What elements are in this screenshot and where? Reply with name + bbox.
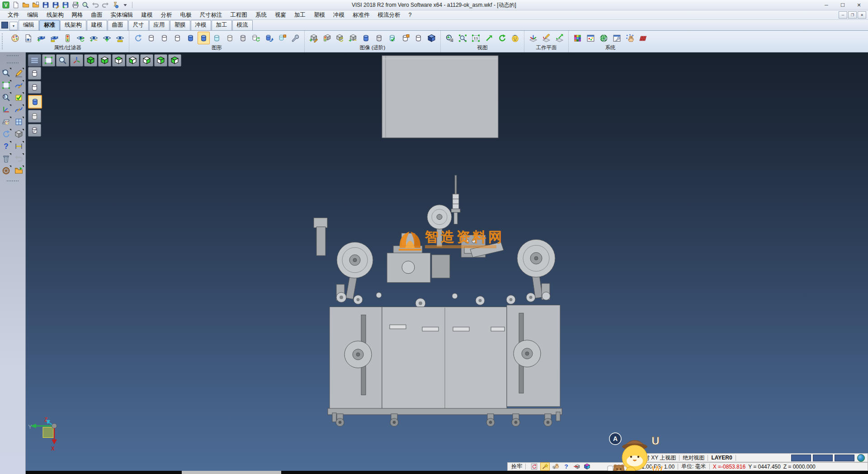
red-grid-icon[interactable] (637, 32, 649, 44)
export-folder-icon[interactable] (14, 166, 24, 176)
zoom-11-icon[interactable]: 1:1 (470, 32, 482, 44)
close-button[interactable]: ✕ (851, 0, 867, 9)
active-layer-label[interactable]: LAYER0 (711, 455, 732, 461)
menu-item-9[interactable]: 尺寸标注 (196, 11, 226, 19)
menu-item-12[interactable]: 视窗 (271, 11, 290, 19)
undo-icon[interactable] (91, 0, 100, 9)
undo-gray-icon[interactable] (14, 153, 24, 164)
cylinder-wire-icon[interactable] (28, 81, 41, 94)
zoom-dynamic-icon[interactable] (1, 68, 11, 78)
hand-dots-icon[interactable] (624, 32, 636, 44)
cube-view-iso-icon[interactable] (168, 54, 181, 66)
redo-icon[interactable] (101, 0, 110, 9)
menu-item-14[interactable]: 塑模 (310, 11, 329, 19)
search-icon[interactable] (629, 454, 638, 462)
cylinder-rotate-icon[interactable] (263, 32, 275, 44)
toolbar-tab-5[interactable]: 尺寸 (128, 20, 149, 30)
cylinder-blue-selected-icon[interactable] (28, 95, 42, 109)
wrench-tools-icon[interactable] (289, 32, 302, 44)
layer-swatch-1[interactable] (813, 455, 833, 461)
cylinder-wire-icon[interactable] (158, 32, 170, 44)
view-refresh-icon[interactable] (496, 32, 508, 44)
save-all-icon[interactable] (61, 0, 70, 9)
visi-logo[interactable]: V (1, 0, 10, 9)
frame-select-icon[interactable] (1, 80, 11, 90)
select-frame-icon[interactable] (42, 54, 55, 66)
toolbar-tab-3[interactable]: 建模 (87, 20, 107, 30)
toolbar-tab-2[interactable]: 线架构 (60, 20, 86, 30)
snap-lock-label[interactable]: 拴牢 (511, 463, 522, 470)
toolbar-tab-6[interactable]: 应用 (149, 20, 170, 30)
cube-view-back-icon[interactable] (154, 54, 167, 66)
spline-icon[interactable] (14, 104, 24, 115)
menu-item-0[interactable]: 文件 (4, 11, 23, 19)
measure-icon[interactable] (14, 141, 24, 152)
cube-view-solid-icon[interactable] (84, 54, 97, 66)
zoom-view-icon[interactable] (56, 54, 69, 66)
save-icon[interactable] (41, 0, 50, 9)
cylinder-wire-icon[interactable] (171, 32, 184, 44)
cylinder-blue-icon[interactable] (184, 32, 197, 44)
cylinder-check-icon[interactable] (386, 32, 398, 44)
cube-view-left-icon[interactable] (126, 54, 139, 66)
cube-view-right-icon[interactable] (140, 54, 153, 66)
cylinder-recycle-icon[interactable] (250, 32, 262, 44)
curve-edit-icon[interactable] (14, 80, 24, 90)
cube-color-icon[interactable] (583, 463, 591, 470)
menu-item-7[interactable]: 分析 (157, 11, 176, 19)
menu-item-2[interactable]: 线架构 (42, 11, 68, 19)
zoom-plus-icon[interactable]: + (443, 32, 456, 44)
menu-item-6[interactable]: 建模 (137, 11, 157, 19)
snap-refresh-icon[interactable] (530, 463, 538, 470)
help-blue-icon[interactable]: ? (562, 463, 571, 470)
new-file-icon[interactable] (11, 0, 20, 9)
minimize-button[interactable]: ─ (818, 0, 835, 9)
eye-plusminus-icon[interactable]: +− (88, 32, 100, 44)
cylinder-light-icon[interactable] (211, 32, 223, 44)
cube-blue-icon[interactable] (425, 32, 438, 44)
absolute-view-label[interactable]: 绝对视图 (683, 454, 704, 462)
menu-item-17[interactable]: 模流分析 (374, 11, 405, 19)
edit-attr-icon[interactable] (14, 68, 24, 78)
mdi-restore-button[interactable]: ❐ (848, 11, 857, 19)
cubes-plusminus-icon[interactable]: +− (347, 32, 359, 44)
cylinder-blue-selected-icon[interactable] (198, 32, 210, 44)
axes-edit-icon[interactable] (540, 32, 552, 44)
cylinder-export-icon[interactable] (276, 32, 288, 44)
cube-view-bottom-icon[interactable] (98, 54, 111, 66)
menu-item-18[interactable]: ? (405, 11, 416, 19)
history-icon[interactable] (111, 0, 120, 9)
window-grid-icon[interactable] (14, 117, 24, 127)
eye-refresh-icon[interactable] (75, 32, 87, 44)
hand-cube-icon[interactable] (552, 463, 560, 470)
cylinder-white-icon[interactable] (28, 110, 41, 123)
cube-arrow-icon[interactable] (572, 463, 581, 470)
preview-icon[interactable] (81, 0, 90, 9)
cylinder-wire-icon[interactable] (145, 32, 157, 44)
mdi-close-button[interactable]: ✕ (858, 11, 866, 19)
traffic-light-icon[interactable] (61, 32, 74, 44)
ucs-icon[interactable] (1, 104, 11, 115)
globe-icon[interactable] (857, 454, 865, 462)
trash-icon[interactable] (1, 153, 11, 164)
help-icon[interactable]: ? (1, 141, 11, 152)
toolbar-tab-8[interactable]: 冲模 (191, 20, 211, 30)
cube-gray-icon[interactable] (14, 129, 24, 139)
layer-swatch-2[interactable] (835, 455, 854, 461)
toolbar-tab-10[interactable]: 模流 (232, 20, 253, 30)
toolbar-tab-7[interactable]: 塑膜 (170, 20, 190, 30)
menu-item-16[interactable]: 标准件 (349, 11, 374, 19)
triad-icon[interactable] (70, 54, 83, 66)
palette-brush-icon[interactable] (9, 32, 21, 44)
menu-item-10[interactable]: 工程图 (226, 11, 252, 19)
layers-palette-icon[interactable] (1, 117, 11, 127)
cylinder-tag-icon[interactable] (399, 32, 411, 44)
menu-item-3[interactable]: 网格 (68, 11, 87, 19)
page-eye-icon[interactable] (22, 32, 34, 44)
color-grid-icon[interactable] (571, 32, 584, 44)
view-mode-label[interactable]: 绝对 XY 上视图 (639, 454, 676, 462)
zoom-extents-icon[interactable] (457, 32, 469, 44)
globe-tools-icon[interactable] (598, 32, 610, 44)
toolbar-tab-9[interactable]: 加工 (212, 20, 232, 30)
cubes-traffic-icon[interactable] (321, 32, 333, 44)
